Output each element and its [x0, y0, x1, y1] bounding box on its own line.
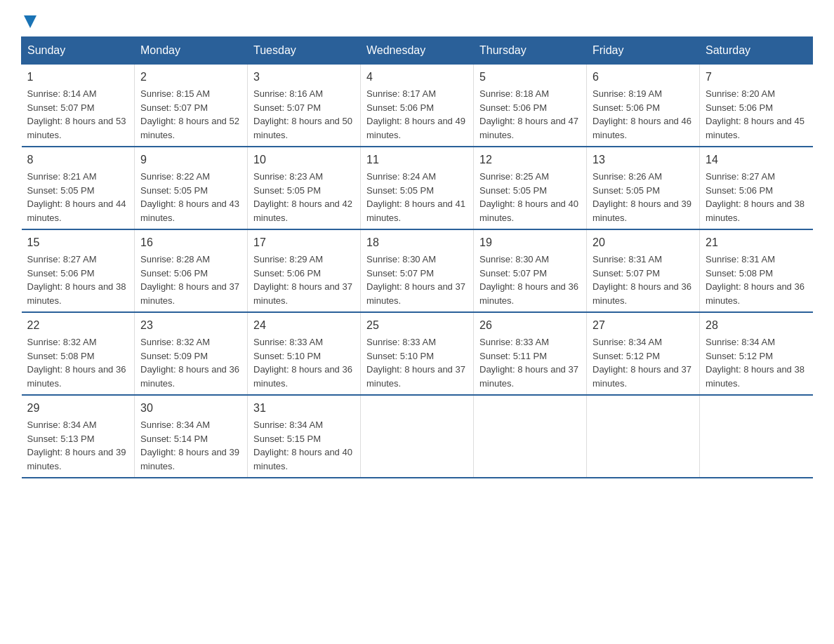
day-info: Sunrise: 8:21 AMSunset: 5:05 PMDaylight:… — [27, 171, 126, 223]
day-info: Sunrise: 8:34 AMSunset: 5:13 PMDaylight:… — [27, 420, 126, 471]
calendar-cell: 2Sunrise: 8:15 AMSunset: 5:07 PMDaylight… — [135, 65, 248, 147]
day-number: 25 — [366, 317, 468, 334]
day-number: 26 — [479, 317, 581, 334]
calendar-cell: 29Sunrise: 8:34 AMSunset: 5:13 PMDayligh… — [22, 395, 135, 478]
day-info: Sunrise: 8:31 AMSunset: 5:07 PMDaylight:… — [593, 254, 691, 306]
day-number: 22 — [27, 317, 129, 334]
day-number: 16 — [140, 234, 241, 251]
day-info: Sunrise: 8:27 AMSunset: 5:06 PMDaylight:… — [706, 171, 805, 223]
header-monday: Monday — [135, 37, 248, 65]
day-info: Sunrise: 8:32 AMSunset: 5:09 PMDaylight:… — [140, 337, 239, 389]
day-number: 4 — [366, 69, 468, 86]
calendar-cell: 6Sunrise: 8:19 AMSunset: 5:06 PMDaylight… — [587, 65, 700, 147]
calendar-cell: 21Sunrise: 8:31 AMSunset: 5:08 PMDayligh… — [700, 229, 813, 312]
calendar-table: SundayMondayTuesdayWednesdayThursdayFrid… — [21, 36, 813, 478]
day-number: 9 — [140, 152, 241, 168]
day-number: 13 — [593, 152, 694, 168]
day-info: Sunrise: 8:30 AMSunset: 5:07 PMDaylight:… — [479, 254, 578, 306]
calendar-cell: 30Sunrise: 8:34 AMSunset: 5:14 PMDayligh… — [135, 395, 248, 478]
day-info: Sunrise: 8:19 AMSunset: 5:06 PMDaylight:… — [593, 88, 691, 140]
day-info: Sunrise: 8:34 AMSunset: 5:15 PMDaylight:… — [253, 420, 352, 471]
day-number: 20 — [593, 234, 694, 251]
day-info: Sunrise: 8:33 AMSunset: 5:10 PMDaylight:… — [253, 337, 352, 389]
day-info: Sunrise: 8:15 AMSunset: 5:07 PMDaylight:… — [140, 88, 239, 140]
day-info: Sunrise: 8:29 AMSunset: 5:06 PMDaylight:… — [253, 254, 352, 306]
header-thursday: Thursday — [474, 37, 587, 65]
calendar-cell: 16Sunrise: 8:28 AMSunset: 5:06 PMDayligh… — [135, 229, 248, 312]
calendar-cell: 4Sunrise: 8:17 AMSunset: 5:06 PMDaylight… — [361, 65, 474, 147]
calendar-cell: 7Sunrise: 8:20 AMSunset: 5:06 PMDaylight… — [700, 65, 813, 147]
calendar-cell: 5Sunrise: 8:18 AMSunset: 5:06 PMDaylight… — [474, 65, 587, 147]
day-number: 30 — [140, 400, 241, 417]
calendar-cell: 3Sunrise: 8:16 AMSunset: 5:07 PMDaylight… — [248, 65, 361, 147]
day-info: Sunrise: 8:28 AMSunset: 5:06 PMDaylight:… — [140, 254, 239, 306]
calendar-cell: 20Sunrise: 8:31 AMSunset: 5:07 PMDayligh… — [587, 229, 700, 312]
calendar-cell: 8Sunrise: 8:21 AMSunset: 5:05 PMDaylight… — [22, 147, 135, 229]
week-row-2: 8Sunrise: 8:21 AMSunset: 5:05 PMDaylight… — [22, 147, 813, 229]
day-number: 19 — [479, 234, 581, 251]
day-number: 21 — [706, 234, 807, 251]
calendar-cell: 13Sunrise: 8:26 AMSunset: 5:05 PMDayligh… — [587, 147, 700, 229]
day-number: 11 — [366, 152, 468, 168]
weekday-header-row: SundayMondayTuesdayWednesdayThursdayFrid… — [22, 37, 813, 65]
day-number: 14 — [706, 152, 807, 168]
day-info: Sunrise: 8:25 AMSunset: 5:05 PMDaylight:… — [479, 171, 578, 223]
calendar-cell: 17Sunrise: 8:29 AMSunset: 5:06 PMDayligh… — [248, 229, 361, 312]
header-wednesday: Wednesday — [361, 37, 474, 65]
day-number: 12 — [479, 152, 581, 168]
day-number: 1 — [27, 69, 129, 86]
day-number: 31 — [253, 400, 355, 417]
day-number: 7 — [706, 69, 807, 86]
calendar-cell: 1Sunrise: 8:14 AMSunset: 5:07 PMDaylight… — [22, 65, 135, 147]
logo — [21, 14, 38, 29]
header-tuesday: Tuesday — [248, 37, 361, 65]
day-number: 6 — [593, 69, 694, 86]
calendar-cell: 31Sunrise: 8:34 AMSunset: 5:15 PMDayligh… — [248, 395, 361, 478]
calendar-cell — [474, 395, 587, 478]
calendar-cell: 22Sunrise: 8:32 AMSunset: 5:08 PMDayligh… — [22, 312, 135, 395]
day-number: 27 — [593, 317, 694, 334]
day-info: Sunrise: 8:16 AMSunset: 5:07 PMDaylight:… — [253, 88, 352, 140]
svg-marker-0 — [24, 15, 37, 28]
header-saturday: Saturday — [700, 37, 813, 65]
calendar-cell: 15Sunrise: 8:27 AMSunset: 5:06 PMDayligh… — [22, 229, 135, 312]
calendar-cell: 24Sunrise: 8:33 AMSunset: 5:10 PMDayligh… — [248, 312, 361, 395]
day-info: Sunrise: 8:14 AMSunset: 5:07 PMDaylight:… — [27, 88, 126, 140]
day-info: Sunrise: 8:34 AMSunset: 5:12 PMDaylight:… — [706, 337, 805, 389]
week-row-1: 1Sunrise: 8:14 AMSunset: 5:07 PMDaylight… — [22, 65, 813, 147]
calendar-cell: 27Sunrise: 8:34 AMSunset: 5:12 PMDayligh… — [587, 312, 700, 395]
day-number: 17 — [253, 234, 355, 251]
calendar-cell: 14Sunrise: 8:27 AMSunset: 5:06 PMDayligh… — [700, 147, 813, 229]
day-number: 24 — [253, 317, 355, 334]
day-info: Sunrise: 8:34 AMSunset: 5:14 PMDaylight:… — [140, 420, 239, 471]
calendar-cell: 18Sunrise: 8:30 AMSunset: 5:07 PMDayligh… — [361, 229, 474, 312]
day-info: Sunrise: 8:24 AMSunset: 5:05 PMDaylight:… — [366, 171, 465, 223]
day-number: 5 — [479, 69, 581, 86]
calendar-cell: 11Sunrise: 8:24 AMSunset: 5:05 PMDayligh… — [361, 147, 474, 229]
day-info: Sunrise: 8:34 AMSunset: 5:12 PMDaylight:… — [593, 337, 691, 389]
day-info: Sunrise: 8:17 AMSunset: 5:06 PMDaylight:… — [366, 88, 465, 140]
day-info: Sunrise: 8:30 AMSunset: 5:07 PMDaylight:… — [366, 254, 465, 306]
day-info: Sunrise: 8:31 AMSunset: 5:08 PMDaylight:… — [706, 254, 805, 306]
calendar-cell: 25Sunrise: 8:33 AMSunset: 5:10 PMDayligh… — [361, 312, 474, 395]
header-friday: Friday — [587, 37, 700, 65]
calendar-cell: 12Sunrise: 8:25 AMSunset: 5:05 PMDayligh… — [474, 147, 587, 229]
day-number: 29 — [27, 400, 129, 417]
day-number: 23 — [140, 317, 241, 334]
calendar-cell: 10Sunrise: 8:23 AMSunset: 5:05 PMDayligh… — [248, 147, 361, 229]
calendar-cell — [361, 395, 474, 478]
day-info: Sunrise: 8:32 AMSunset: 5:08 PMDaylight:… — [27, 337, 126, 389]
week-row-3: 15Sunrise: 8:27 AMSunset: 5:06 PMDayligh… — [22, 229, 813, 312]
day-info: Sunrise: 8:33 AMSunset: 5:10 PMDaylight:… — [366, 337, 465, 389]
calendar-cell: 23Sunrise: 8:32 AMSunset: 5:09 PMDayligh… — [135, 312, 248, 395]
day-info: Sunrise: 8:26 AMSunset: 5:05 PMDaylight:… — [593, 171, 691, 223]
day-number: 10 — [253, 152, 355, 168]
day-info: Sunrise: 8:23 AMSunset: 5:05 PMDaylight:… — [253, 171, 352, 223]
day-number: 18 — [366, 234, 468, 251]
calendar-cell: 9Sunrise: 8:22 AMSunset: 5:05 PMDaylight… — [135, 147, 248, 229]
day-number: 2 — [140, 69, 241, 86]
header-sunday: Sunday — [22, 37, 135, 65]
calendar-cell — [587, 395, 700, 478]
calendar-cell: 26Sunrise: 8:33 AMSunset: 5:11 PMDayligh… — [474, 312, 587, 395]
calendar-cell: 28Sunrise: 8:34 AMSunset: 5:12 PMDayligh… — [700, 312, 813, 395]
